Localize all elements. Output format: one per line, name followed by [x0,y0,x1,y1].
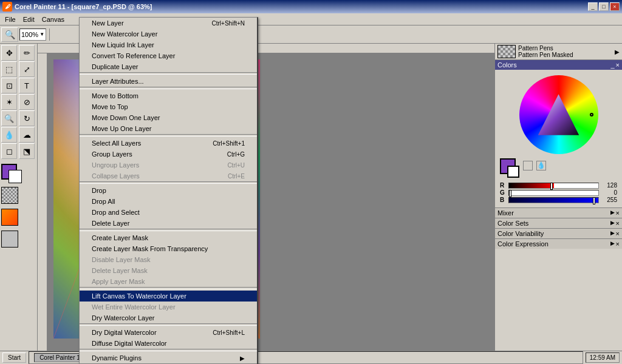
green-label: G [500,189,507,196]
tool-shape[interactable]: ⬚ [1,61,17,77]
pattern-swatch[interactable] [1,187,18,204]
left-panel: ✥ ✏ ⬚ ⤢ ⊡ T ✶ ⊘ 🔍 ↻ 💧 ☁ ◻ ⬔ [0,44,38,351]
separator-1 [80,74,257,75]
color-expression-close[interactable]: × [616,240,620,248]
background-swatch[interactable] [507,166,519,178]
mixer-section: Mixer ▶ × [495,207,622,218]
pattern-pen-swatch[interactable] [497,45,516,58]
toolbar-btn-1[interactable]: 🔍 [1,27,18,42]
tool-text[interactable]: T [19,78,35,93]
menu-lift-canvas[interactable]: Lift Canvas To Watercolor Layer [80,291,257,302]
menu-move-down[interactable]: Move Down One Layer [80,112,257,123]
pattern-expand-icon[interactable]: ▶ [615,49,620,55]
red-slider-track[interactable] [508,183,599,189]
app-icon: 🖌 [2,2,12,12]
tool-select[interactable]: ⬔ [19,143,35,159]
tool-crop[interactable]: ⊡ [1,78,17,93]
menu-group-layers[interactable]: Group Layers Ctrl+G [80,149,257,160]
menu-diffuse-digital-watercolor[interactable]: Diffuse Digital Watercolor [80,338,257,349]
tool-eyedrop[interactable]: 💧 [1,127,17,143]
pattern-pens-area: Pattern Pens Pattern Pen Masked ▶ [495,44,622,60]
color-sets-header[interactable]: Color Sets ▶ × [495,218,622,228]
blue-slider-track[interactable] [508,197,599,203]
menu-new-watercolor-layer[interactable]: New Watercolor Layer [80,29,257,39]
menu-move-up[interactable]: Move Up One Layer [80,123,257,134]
clock-time: 12:59 AM [590,354,615,361]
color-swatches-container [500,158,519,178]
red-slider-thumb[interactable] [550,183,553,190]
green-value: 0 [600,189,617,196]
menu-new-layer[interactable]: New Layer Ctrl+Shift+N [80,18,257,29]
menu-create-mask-from-transparency[interactable]: Create Layer Mask From Transparency [80,243,257,254]
color-variability-header[interactable]: Color Variability ▶ × [495,229,622,238]
tool-extra[interactable]: ✶ [1,94,17,110]
additional-swatch[interactable] [523,161,533,170]
tool-rotate[interactable]: ↻ [19,110,35,126]
menu-move-top[interactable]: Move to Top [80,101,257,112]
color-triangle[interactable] [536,92,581,138]
color-variability-close[interactable]: × [616,230,620,237]
minimize-button[interactable]: _ [588,2,598,11]
color-wheel-container[interactable] [516,72,601,157]
colors-close-icon[interactable]: × [616,61,620,69]
weave-swatch[interactable] [1,231,18,248]
colors-panel-header: Colors _ × [495,60,622,70]
tool-fill[interactable]: ⊘ [19,94,35,110]
zoom-dropdown-icon[interactable]: ▼ [39,32,44,37]
color-expression-header[interactable]: Color Expression ▶ × [495,239,622,249]
blue-value: 255 [600,197,617,203]
menu-file[interactable]: File [1,15,19,24]
color-wheel[interactable] [519,75,598,154]
color-sets-close[interactable]: × [616,220,620,227]
pattern-pen-label2: Pattern Pen Masked [518,52,573,58]
menu-edit[interactable]: Edit [19,15,38,24]
tool-smudge[interactable]: ☁ [19,127,35,143]
menu-dynamic-plugins[interactable]: Dynamic Plugins ▶ [80,352,257,363]
menu-duplicate-layer[interactable]: Duplicate Layer [80,61,257,72]
color-sets-label: Color Sets [497,220,528,227]
red-slider-row: R 128 [500,182,617,189]
secondary-color-swatch[interactable] [9,170,22,183]
menu-convert-to-reference[interactable]: Convert To Reference Layer [80,50,257,61]
menu-dry-digital-watercolor[interactable]: Dry Digital Watercolor Ctrl+Shift+L [80,327,257,338]
menu-select-all-layers[interactable]: Select All Layers Ctrl+Shift+1 [80,138,257,149]
menu-drop[interactable]: Drop [80,185,257,196]
separator-3 [80,136,257,136]
menu-canvas[interactable]: Canvas [38,15,68,24]
rgb-sliders: R 128 G 0 B [497,180,620,205]
gradient-swatch[interactable] [1,209,18,226]
tool-erase[interactable]: ◻ [1,143,17,159]
menu-create-layer-mask[interactable]: Create Layer Mask [80,232,257,243]
separator-6 [80,289,257,289]
menu-drop-and-select[interactable]: Drop and Select [80,207,257,218]
menu-drop-all[interactable]: Drop All [80,196,257,207]
menu-dry-watercolor[interactable]: Dry Watercolor Layer [80,312,257,323]
colors-minimize-icon[interactable]: _ [610,61,614,69]
menu-new-liquid-ink-layer[interactable]: New Liquid Ink Layer [80,39,257,50]
start-button[interactable]: Start [2,352,26,363]
zoom-level: 100% [21,31,38,38]
tool-transform[interactable]: ⤢ [19,61,35,77]
red-label: R [500,182,507,189]
menu-layer-attributes[interactable]: Layer Attributes... [80,76,257,87]
mixer-arrow: ▶ [610,209,615,217]
title-bar: 🖌 Corel Painter 11 - [square7_cp.PSD @ 6… [0,0,622,13]
color-variability-label: Color Variability [497,230,544,237]
pattern-pen-label1: Pattern Pens [518,45,573,52]
menu-wet-watercolor: Wet Entire Watercolor Layer [80,302,257,312]
green-slider-thumb[interactable] [509,190,511,197]
eyedropper-icon[interactable]: 💧 [536,161,546,170]
green-slider-track[interactable] [508,190,599,196]
menu-delete-layer[interactable]: Delete Layer [80,218,257,229]
menu-move-bottom[interactable]: Move to Bottom [80,90,257,101]
blue-slider-thumb[interactable] [593,197,595,204]
mixer-header[interactable]: Mixer ▶ × [495,208,622,218]
menu-disable-mask: Disable Layer Mask [80,254,257,265]
tool-paint[interactable]: ✏ [19,45,35,61]
maximize-button[interactable]: □ [599,2,609,11]
color-sets-section: Color Sets ▶ × [495,218,622,228]
tool-selector[interactable]: ✥ [1,45,17,61]
mixer-close[interactable]: × [616,209,620,217]
close-button[interactable]: × [610,2,620,11]
tool-zoom[interactable]: 🔍 [1,110,17,126]
